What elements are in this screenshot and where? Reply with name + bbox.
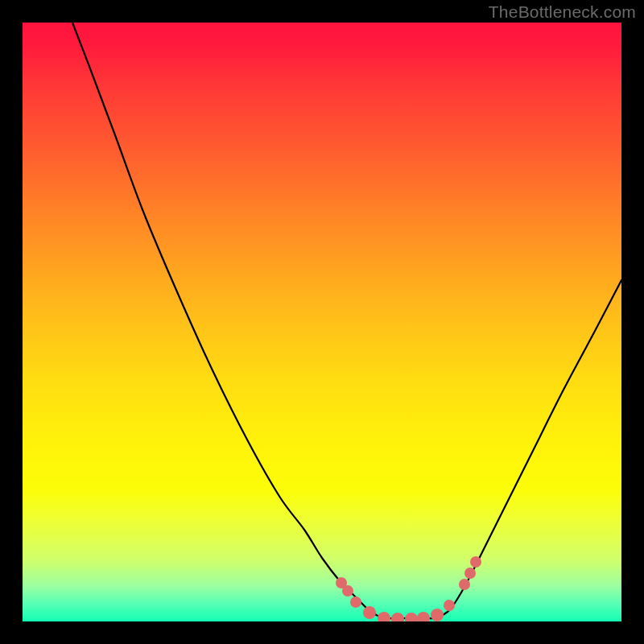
data-marker xyxy=(378,612,390,621)
data-marker xyxy=(444,600,455,611)
data-marker xyxy=(363,606,376,619)
watermark-text: TheBottleneck.com xyxy=(489,3,636,20)
data-marker xyxy=(464,568,476,579)
data-marker xyxy=(405,613,418,621)
bottleneck-curve xyxy=(72,23,621,618)
data-marker xyxy=(417,612,430,621)
chart-frame: TheBottleneck.com xyxy=(0,0,644,644)
data-marker xyxy=(342,585,353,597)
data-marker xyxy=(391,613,404,621)
marker-group xyxy=(336,556,481,621)
plot-area xyxy=(23,23,621,621)
data-marker xyxy=(470,556,481,568)
data-marker xyxy=(431,609,444,621)
data-marker xyxy=(459,579,470,590)
data-marker xyxy=(350,597,361,608)
curve-layer xyxy=(23,23,621,621)
